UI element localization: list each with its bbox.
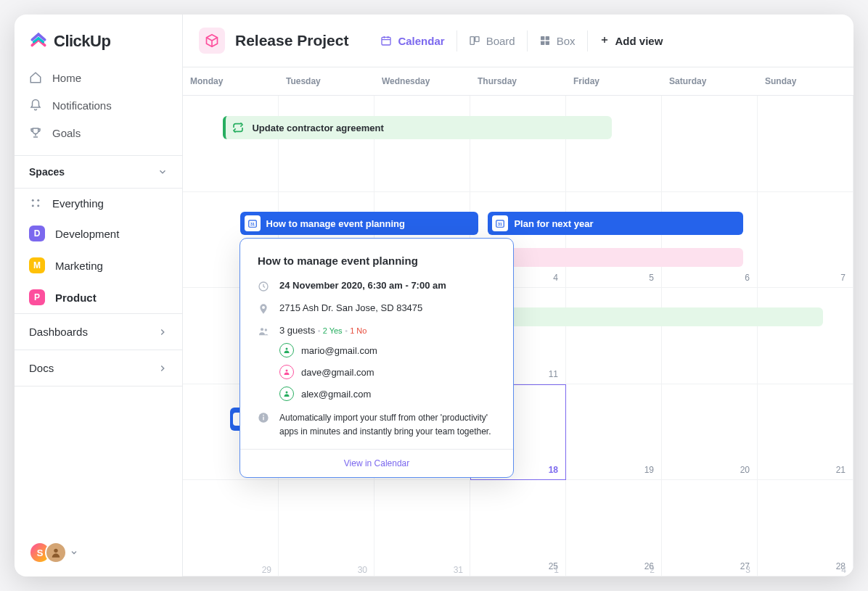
cell-date: 30 [279,565,374,576]
project-icon [199,28,225,54]
calendar-cell[interactable]: 21 [758,384,853,481]
section-label: Dashboards [29,326,88,338]
calendar-cell[interactable]: 28 [758,480,853,576]
nav-label: Notifications [52,99,112,112]
guest-email: alex@gmail.com [301,389,371,400]
people-icon [258,326,269,337]
calendar-cell[interactable]: 7 [758,192,853,289]
tab-box[interactable]: Box [527,30,587,51]
calendar-cell[interactable] [758,96,853,192]
cell-date: 11 [549,369,558,379]
nav-goals[interactable]: Goals [15,119,182,146]
calendar-cell[interactable] [374,480,470,576]
calendar-cell[interactable]: 20 [662,384,758,481]
svg-rect-11 [545,41,549,45]
chevron-down-icon [157,167,168,177]
location-icon [258,303,269,315]
space-product[interactable]: P Product [15,281,182,313]
view-tabs: Calendar Board Box Add view [369,30,674,51]
calendar-cell[interactable] [279,96,374,192]
calendar-cell[interactable]: 25 [470,480,566,576]
svg-rect-7 [475,37,478,42]
calendar-cell[interactable] [279,480,374,576]
guests-yes: 2 Yes [323,326,343,335]
svg-point-4 [54,549,57,553]
calendar-cell[interactable] [183,480,279,576]
cell-date: 29 [183,565,279,576]
calendar-cell[interactable] [183,96,279,192]
svg-rect-10 [541,41,544,45]
calendar-cell[interactable]: 19 [566,384,662,481]
calendar-cell[interactable] [566,288,662,384]
tab-label: Calendar [398,35,444,47]
svg-text:31: 31 [498,222,502,226]
user-switcher[interactable]: S [15,529,182,576]
info-icon [258,412,269,423]
chevron-right-icon [157,363,168,373]
calendar-cell[interactable] [374,96,470,192]
svg-point-21 [286,392,288,394]
svg-point-18 [265,328,267,331]
calendar-cell[interactable]: 26 [566,480,662,576]
calendar-cell[interactable] [758,288,853,384]
event-lightgreen[interactable] [488,307,823,326]
section-docs[interactable]: Docs [15,350,182,387]
space-label: Marketing [55,260,103,272]
board-icon [469,35,480,46]
event-plan-next-year[interactable]: 31 Plan for next year [488,212,742,235]
calendar-cell[interactable] [662,96,758,192]
popover-datetime-row: 24 November 2020, 6:30 am - 7:00 am [258,280,496,292]
event-title: Plan for next year [514,218,593,229]
event-update-contractor[interactable]: Update contractor agreement [223,116,612,139]
tab-calendar[interactable]: Calendar [369,30,456,51]
cell-date: 4 [758,565,853,576]
svg-text:31: 31 [250,222,255,226]
plus-icon [599,35,610,47]
day-header: Sunday [758,67,853,95]
add-view-button[interactable]: Add view [587,30,675,51]
calendar-cell[interactable]: 6 [662,192,758,289]
space-everything[interactable]: Everything [15,189,182,218]
cell-date: 3 [662,565,758,576]
event-manage-planning[interactable]: 31 How to manage event planning [240,212,478,235]
person-icon [279,387,294,401]
popover-location-row: 2715 Ash Dr. San Jose, SD 83475 [258,302,496,315]
logo[interactable]: ClickUp [15,15,182,64]
popover-guests-row: 3 guests • 2 Yes • 1 No mario@gmail.com [258,325,496,401]
nav-notifications[interactable]: Notifications [15,91,182,119]
svg-point-20 [286,370,288,372]
svg-point-24 [263,415,264,416]
space-badge: P [29,289,45,305]
popover-title: How to manage event planning [258,255,496,267]
tab-label: Board [486,35,515,47]
guest-email: dave@gmail.com [301,367,374,378]
person-icon [279,343,294,358]
nav-label: Goals [52,127,81,139]
space-marketing[interactable]: M Marketing [15,249,182,281]
calendar-cell[interactable]: 27 [662,480,758,576]
calendar-cell[interactable] [470,96,566,192]
calendar-cell[interactable]: 5 [566,192,662,289]
add-view-label: Add view [615,35,663,47]
calendar-body: 1 2 3 4 5 6 7 11 18 19 [183,96,853,576]
calendar-cell[interactable] [566,96,662,192]
clock-icon [258,281,269,292]
app-window: ClickUp Home Notifications Goals Spaces … [15,15,853,576]
view-in-calendar-link[interactable]: View in Calendar [240,449,513,477]
section-dashboards[interactable]: Dashboards [15,313,182,350]
event-title: How to manage event planning [266,218,405,229]
svg-point-17 [261,328,263,331]
nav-home[interactable]: Home [15,64,182,91]
calendar-cell[interactable] [662,288,758,384]
avatar [45,542,67,563]
day-header: Friday [566,67,662,95]
guest-email: mario@gmail.com [301,345,377,356]
space-development[interactable]: D Development [15,218,182,249]
guest-item: dave@gmail.com [279,365,496,379]
event-pink[interactable] [488,248,742,267]
calendar-day-icon: 31 [245,215,261,231]
spaces-header[interactable]: Spaces [15,155,182,189]
event-popover: How to manage event planning 24 November… [239,238,514,478]
grid-dots-icon [29,197,42,210]
tab-board[interactable]: Board [456,30,527,51]
